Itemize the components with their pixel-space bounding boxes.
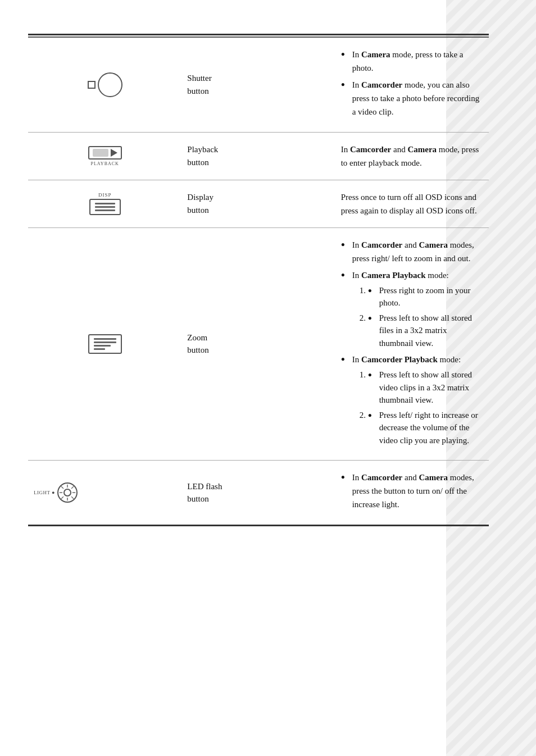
playback-icon: PLAYBACK bbox=[34, 146, 176, 166]
shutter-sq bbox=[88, 81, 96, 89]
led-icon: LIGHT ● bbox=[34, 482, 176, 503]
table-row: DISP Display button Press once to turn o… bbox=[28, 180, 489, 227]
button-reference-table: Shutter button In Camera mode, press to … bbox=[28, 34, 489, 528]
table-row: LIGHT ● bbox=[28, 461, 489, 526]
zoom-icon-cell bbox=[28, 227, 181, 461]
playback-triangle bbox=[111, 149, 117, 157]
svg-line-8 bbox=[71, 497, 74, 499]
display-icon: DISP bbox=[34, 192, 176, 215]
playback-icon-cell: PLAYBACK bbox=[28, 132, 181, 180]
display-description: Press once to turn off all OSD icons and… bbox=[335, 180, 489, 227]
zoom-line-4 bbox=[94, 348, 105, 350]
playback-pill bbox=[93, 149, 108, 157]
led-circle bbox=[57, 482, 78, 503]
disp-line-2 bbox=[95, 206, 115, 208]
led-label: LED flash button bbox=[181, 461, 335, 526]
page-content: Shutter button In Camera mode, press to … bbox=[0, 0, 536, 562]
led-icon-cell: LIGHT ● bbox=[28, 461, 181, 526]
zoom-icon bbox=[34, 334, 176, 354]
playback-label: Playback button bbox=[181, 132, 335, 180]
shutter-circle bbox=[98, 72, 122, 97]
disp-line-1 bbox=[95, 203, 115, 204]
svg-line-9 bbox=[71, 486, 74, 489]
table-footer-row bbox=[28, 526, 489, 528]
shutter-description: In Camera mode, press to take a photo. I… bbox=[335, 37, 489, 133]
led-description: In Camcorder and Camera modes, press the… bbox=[335, 461, 489, 526]
shutter-label: Shutter button bbox=[181, 37, 335, 133]
svg-line-7 bbox=[61, 486, 63, 489]
zoom-line-2 bbox=[94, 341, 116, 343]
svg-line-10 bbox=[61, 497, 63, 499]
led-small-label: LIGHT ● bbox=[34, 490, 55, 495]
playback-description: In Camcorder and Camera mode, press to e… bbox=[335, 132, 489, 180]
zoom-line-1 bbox=[94, 338, 116, 340]
table-row: Shutter button In Camera mode, press to … bbox=[28, 37, 489, 133]
shutter-icon-cell bbox=[28, 37, 181, 133]
shutter-icon bbox=[88, 72, 122, 97]
led-center-circle bbox=[63, 489, 71, 497]
playback-small-label: PLAYBACK bbox=[90, 161, 119, 166]
zoom-line-3 bbox=[94, 345, 111, 347]
disp-small-label: DISP bbox=[98, 192, 112, 198]
zoom-description: In Camcorder and Camera modes, press rig… bbox=[335, 227, 489, 461]
table-row: PLAYBACK Playback button In Camcorder an… bbox=[28, 132, 489, 180]
table-row: Zoom button In Camcorder and Camera mode… bbox=[28, 227, 489, 461]
zoom-label: Zoom button bbox=[181, 227, 335, 461]
display-icon-cell: DISP bbox=[28, 180, 181, 227]
disp-line-3 bbox=[95, 210, 115, 211]
display-label: Display button bbox=[181, 180, 335, 227]
